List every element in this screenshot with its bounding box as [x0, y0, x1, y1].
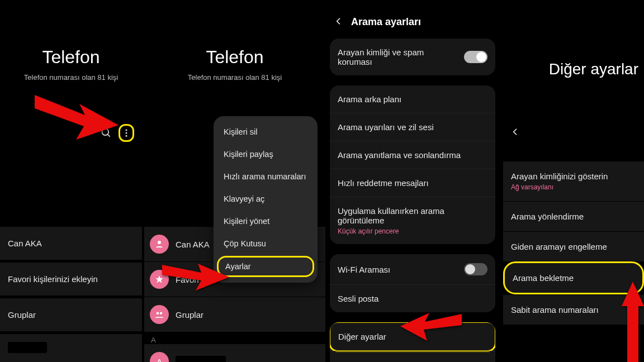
- show-caller-id-row[interactable]: Arayan kimliğinizi gösterin Ağ varsayıla…: [503, 161, 644, 201]
- svg-point-4: [126, 135, 127, 137]
- contact-count: Telefon numarası olan 81 kişi: [144, 73, 325, 82]
- contact-row[interactable]: Can AKA: [0, 227, 142, 260]
- svg-marker-12: [622, 282, 644, 362]
- svg-point-8: [160, 312, 163, 315]
- wifi-calling-row[interactable]: Wi-Fi Araması: [330, 254, 495, 284]
- phone-title: Telefon: [0, 47, 142, 68]
- row-label: Arama arka planı: [338, 94, 401, 104]
- call-answer-end-row[interactable]: Arama yanıtlama ve sonlandırma: [330, 141, 495, 169]
- section-letter: A: [144, 332, 325, 344]
- header: Arama ayarları: [326, 0, 499, 39]
- contact-row[interactable]: A: [144, 344, 325, 362]
- contact-count: Telefon numarası olan 81 kişi: [0, 73, 142, 82]
- page-title: Arama ayarları: [351, 16, 421, 28]
- row-label: Arama yanıtlama ve sonlandırma: [338, 150, 461, 160]
- phone-title: Telefon: [144, 47, 325, 68]
- contact-name: Can AKA: [8, 239, 42, 248]
- contact-row-redacted[interactable]: [0, 334, 142, 362]
- screen-phone-1: Telefon Telefon numarası olan 81 kişi Ca…: [0, 0, 142, 362]
- settings-card: Wi-Fi Araması Sesli posta: [330, 254, 495, 312]
- row-label: Gruplar: [8, 310, 36, 320]
- row-label: Sabit arama numaraları: [511, 305, 599, 315]
- svg-point-7: [157, 312, 159, 315]
- svg-marker-11: [400, 313, 462, 341]
- page-title: Diğer ayarlar: [503, 60, 644, 78]
- menu-trash[interactable]: Çöp Kutusu: [214, 232, 318, 255]
- row-label: Arama bekletme: [513, 273, 574, 283]
- row-label: Sesli posta: [338, 294, 378, 303]
- call-background-row[interactable]: Arama arka planı: [330, 85, 495, 113]
- redacted-text: [176, 356, 226, 362]
- avatar: [150, 235, 169, 254]
- row-label: Arayan kimliği ve spam koruması: [338, 47, 461, 66]
- row-sublabel: Küçük açılır pencere: [338, 227, 461, 235]
- row-label: Favori kişilerinizi ekleyin: [8, 274, 98, 284]
- svg-point-2: [126, 129, 127, 131]
- call-forwarding-row[interactable]: Arama yönlendirme: [503, 201, 644, 231]
- menu-delete-contacts[interactable]: Kişileri sil: [214, 121, 318, 143]
- caller-id-spam-row[interactable]: Arayan kimliği ve spam koruması: [330, 39, 495, 75]
- call-during-app-row[interactable]: Uygulama kullanırken arama görüntüleme K…: [330, 197, 495, 244]
- row-label: Wi-Fi Araması: [338, 265, 390, 274]
- redacted-text: [8, 342, 47, 353]
- quick-reject-row[interactable]: Hızlı reddetme mesajları: [330, 169, 495, 197]
- screen-call-settings: Arama ayarları Arayan kimliği ve spam ko…: [326, 0, 499, 362]
- other-call-settings-row[interactable]: Diğer arama ayarları: [330, 351, 495, 362]
- groups-row[interactable]: Gruplar: [144, 297, 325, 332]
- menu-open-keyboard[interactable]: Klavyeyi aç: [214, 188, 318, 210]
- row-label: Arama uyarıları ve zil sesi: [338, 122, 434, 132]
- svg-point-3: [126, 132, 127, 134]
- row-label: Arama yönlendirme: [511, 212, 584, 221]
- toggle-switch[interactable]: [464, 51, 487, 63]
- svg-marker-10: [162, 264, 229, 290]
- outgoing-block-row[interactable]: Giden aramayı engelleme: [503, 231, 644, 261]
- row-label: Uygulama kullanırken arama görüntüleme: [338, 206, 444, 225]
- red-arrow-annotation: [162, 257, 229, 293]
- red-arrow-annotation: [622, 282, 644, 362]
- more-options-icon[interactable]: [119, 124, 134, 142]
- group-icon: [150, 305, 169, 324]
- row-label: Hızlı reddetme mesajları: [338, 178, 429, 188]
- row-label: Arayan kimliğinizi gösterin: [511, 172, 636, 181]
- avatar-letter: A: [150, 352, 169, 362]
- menu-share-contacts[interactable]: Kişileri paylaş: [214, 143, 318, 165]
- svg-marker-9: [35, 95, 119, 140]
- menu-speed-dial[interactable]: Hızlı arama numaraları: [214, 165, 318, 188]
- row-label: Gruplar: [176, 310, 320, 320]
- menu-manage-contacts[interactable]: Kişileri yönet: [214, 210, 318, 232]
- svg-point-5: [158, 241, 161, 244]
- call-alerts-row[interactable]: Arama uyarıları ve zil sesi: [330, 113, 495, 141]
- red-arrow-annotation: [400, 309, 462, 345]
- screen-other-settings: Diğer ayarlar Arayan kimliğinizi gösteri…: [503, 0, 644, 325]
- red-arrow-annotation: [35, 95, 119, 142]
- row-sublabel: Ağ varsayılanı: [511, 183, 636, 191]
- row-label: Giden aramayı engelleme: [511, 242, 607, 251]
- add-favorites-row[interactable]: Favori kişilerinizi ekleyin: [0, 263, 142, 296]
- menu-settings[interactable]: Ayarlar: [217, 256, 314, 277]
- settings-card: Arama arka planı Arama uyarıları ve zil …: [330, 85, 495, 244]
- row-label: Diğer ayarlar: [338, 332, 386, 341]
- back-icon[interactable]: [334, 16, 343, 28]
- back-icon[interactable]: [511, 126, 520, 139]
- toggle-switch[interactable]: [464, 263, 487, 275]
- settings-card: Arayan kimliği ve spam koruması: [330, 39, 495, 75]
- groups-row[interactable]: Gruplar: [0, 298, 142, 332]
- voicemail-row[interactable]: Sesli posta: [330, 284, 495, 312]
